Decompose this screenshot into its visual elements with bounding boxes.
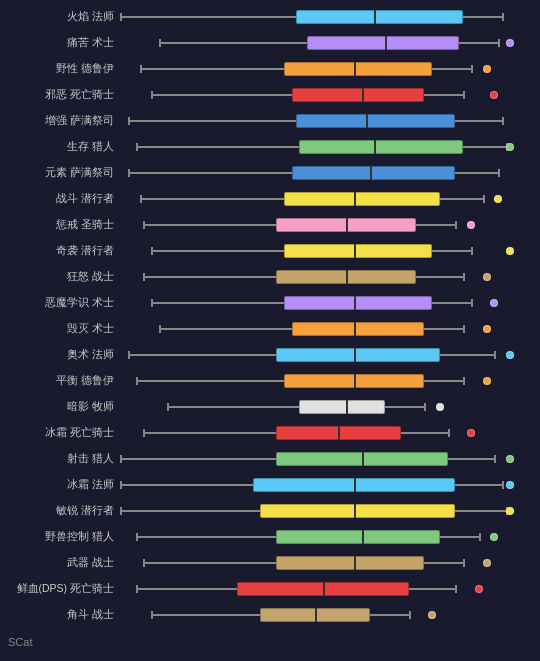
- tick-left: [136, 143, 138, 151]
- tick-left: [151, 247, 153, 255]
- row-label: 火焰 法师: [0, 10, 120, 24]
- plot-area: [120, 187, 540, 211]
- tick-left: [159, 325, 161, 333]
- footer: SCat: [0, 632, 540, 652]
- outlier-dot: [436, 403, 444, 411]
- chart-row: 奇袭 潜行者: [0, 239, 540, 263]
- plot-area: [120, 109, 540, 133]
- outlier-dot: [490, 91, 498, 99]
- plot-area: [120, 291, 540, 315]
- chart-row: 武器 战士: [0, 551, 540, 575]
- row-label: 武器 战士: [0, 556, 120, 570]
- median-line: [362, 452, 364, 466]
- chart-row: 火焰 法师: [0, 5, 540, 29]
- outlier-dot: [506, 351, 514, 359]
- whisker-line: [167, 406, 424, 408]
- iqr-box: [296, 114, 456, 128]
- iqr-box: [276, 348, 440, 362]
- iqr-box: [284, 192, 440, 206]
- tick-right: [409, 611, 411, 619]
- median-line: [354, 296, 356, 310]
- plot-area: [120, 83, 540, 107]
- outlier-dot: [483, 559, 491, 567]
- tick-left: [120, 481, 122, 489]
- tick-right: [463, 91, 465, 99]
- median-line: [354, 244, 356, 258]
- median-line: [323, 582, 325, 596]
- tick-right: [479, 533, 481, 541]
- plot-area: [120, 31, 540, 55]
- plot-area: [120, 135, 540, 159]
- chart-row: 鲜血(DPS) 死亡骑士: [0, 577, 540, 601]
- median-line: [354, 556, 356, 570]
- plot-area: [120, 343, 540, 367]
- tick-left: [143, 221, 145, 229]
- median-line: [374, 10, 376, 24]
- tick-left: [136, 533, 138, 541]
- tick-left: [140, 195, 142, 203]
- plot-area: [120, 525, 540, 549]
- tick-right: [502, 481, 504, 489]
- plot-area: [120, 447, 540, 471]
- chart-row: 痛苦 术士: [0, 31, 540, 55]
- row-label: 元素 萨满祭司: [0, 166, 120, 180]
- tick-right: [448, 429, 450, 437]
- plot-area: [120, 421, 540, 445]
- row-label: 鲜血(DPS) 死亡骑士: [0, 582, 120, 596]
- median-line: [370, 166, 372, 180]
- tick-left: [128, 351, 130, 359]
- tick-left: [151, 299, 153, 307]
- median-line: [354, 348, 356, 362]
- plot-area: [120, 317, 540, 341]
- tick-left: [143, 559, 145, 567]
- tick-left: [128, 169, 130, 177]
- tick-left: [120, 455, 122, 463]
- median-line: [362, 88, 364, 102]
- plot-area: [120, 473, 540, 497]
- tick-left: [136, 585, 138, 593]
- median-line: [354, 504, 356, 518]
- median-line: [354, 374, 356, 388]
- chart-row: 敏锐 潜行者: [0, 499, 540, 523]
- plot-area: [120, 577, 540, 601]
- chart-row: 冰霜 法师: [0, 473, 540, 497]
- tick-right: [463, 377, 465, 385]
- tick-left: [151, 91, 153, 99]
- outlier-dot: [506, 455, 514, 463]
- median-line: [366, 114, 368, 128]
- tick-right: [455, 221, 457, 229]
- chart-row: 奥术 法师: [0, 343, 540, 367]
- tick-left: [120, 507, 122, 515]
- outlier-dot: [506, 507, 514, 515]
- outlier-dot: [490, 299, 498, 307]
- chart-row: 恶魔学识 术士: [0, 291, 540, 315]
- row-label: 毁灭 术士: [0, 322, 120, 336]
- row-label: 奇袭 潜行者: [0, 244, 120, 258]
- tick-right: [471, 299, 473, 307]
- plot-area: [120, 551, 540, 575]
- row-label: 狂怒 战士: [0, 270, 120, 284]
- iqr-box: [276, 530, 440, 544]
- outlier-dot: [506, 481, 514, 489]
- tick-left: [140, 65, 142, 73]
- chart-row: 惩戒 圣骑士: [0, 213, 540, 237]
- outlier-dot: [428, 611, 436, 619]
- median-line: [354, 322, 356, 336]
- plot-area: [120, 265, 540, 289]
- iqr-box: [296, 10, 464, 24]
- outlier-dot: [475, 585, 483, 593]
- plot-area: [120, 161, 540, 185]
- row-label: 冰霜 死亡骑士: [0, 426, 120, 440]
- outlier-dot: [506, 247, 514, 255]
- median-line: [346, 270, 348, 284]
- iqr-box: [292, 88, 425, 102]
- tick-right: [502, 13, 504, 21]
- row-label: 射击 猎人: [0, 452, 120, 466]
- row-label: 敏锐 潜行者: [0, 504, 120, 518]
- outlier-dot: [490, 533, 498, 541]
- iqr-box: [284, 244, 432, 258]
- tick-right: [424, 403, 426, 411]
- row-label: 生存 猎人: [0, 140, 120, 154]
- chart-row: 平衡 德鲁伊: [0, 369, 540, 393]
- chart-row: 增强 萨满祭司: [0, 109, 540, 133]
